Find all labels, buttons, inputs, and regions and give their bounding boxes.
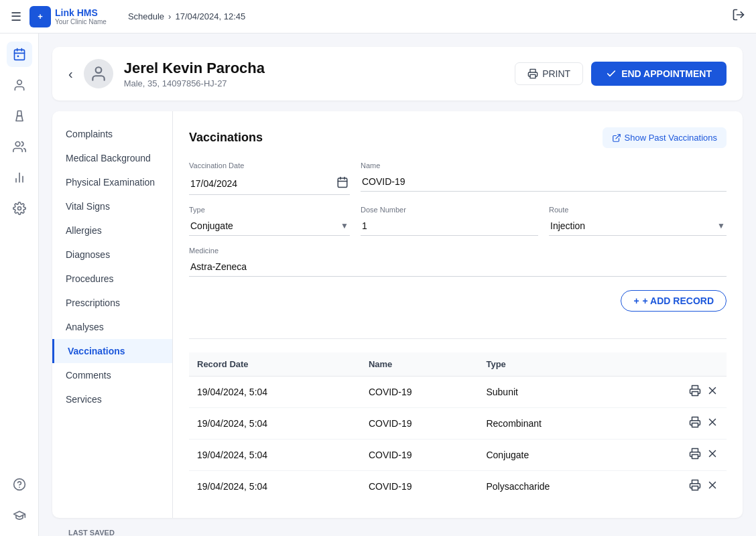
right-panel: Vaccinations Show Past Vaccinations Vacc… <box>173 111 743 518</box>
footer-saved: LAST SAVED 19/04/2024, 5:04 <box>52 518 743 536</box>
dose-number-field: Dose Number <box>361 206 538 236</box>
svg-rect-1 <box>14 50 24 60</box>
section-header: Vaccinations Show Past Vaccinations <box>189 127 727 148</box>
sidebar-icon-help[interactable] <box>7 472 32 497</box>
end-appointment-button[interactable]: END APPOINTMENT <box>591 62 727 86</box>
dose-number-input[interactable] <box>362 220 537 231</box>
row-print-button[interactable] <box>689 385 701 399</box>
svg-rect-15 <box>530 74 536 78</box>
sidebar-icon-calendar[interactable] <box>7 42 32 67</box>
patient-name: Jerel Kevin Parocha <box>124 60 505 77</box>
sidebar-icon-chart[interactable] <box>7 165 32 190</box>
cell-type: Conjugate <box>478 440 636 471</box>
nav-item-complaints[interactable]: Complaints <box>52 122 172 146</box>
row-delete-button[interactable] <box>706 416 718 431</box>
svg-rect-27 <box>692 455 698 459</box>
divider <box>189 338 727 339</box>
cell-name: COVID-19 <box>361 440 479 471</box>
row-print-button[interactable] <box>689 479 701 494</box>
vaccination-date-input-row[interactable] <box>189 172 350 195</box>
table-row: 19/04/2024, 5:04 COVID-19 Recombinant <box>189 408 727 440</box>
nav-item-medical-background[interactable]: Medical Background <box>52 146 172 170</box>
svg-rect-24 <box>692 423 698 427</box>
patient-info: Jerel Kevin Parocha Male, 35, 14097856-H… <box>124 60 505 88</box>
vaccination-date-field: Vaccination Date <box>189 161 350 195</box>
logo-sub: Your Clinic Name <box>55 18 107 25</box>
form-row-medicine: Medicine <box>189 247 727 277</box>
col-actions <box>636 352 727 377</box>
cell-type: Recombinant <box>478 408 636 440</box>
patient-meta: Male, 35, 14097856-HJ-27 <box>124 78 505 88</box>
row-delete-button[interactable] <box>706 448 718 462</box>
sidebar-icon-user[interactable] <box>7 72 32 98</box>
table-row: 19/04/2024, 5:04 COVID-19 Subunit <box>189 377 727 408</box>
nav-item-allergies[interactable]: Allergies <box>52 218 172 243</box>
form-row-type-dose-route: Type Conjugate Subunit Recombinant Polys… <box>189 206 727 236</box>
sidebar-icon-graduation[interactable] <box>7 503 32 528</box>
top-nav: ☰ + Link HMS Your Clinic Name Schedule ›… <box>0 0 756 34</box>
content-card: Complaints Medical Background Physical E… <box>52 111 743 518</box>
nav-item-procedures[interactable]: Procedures <box>52 267 172 291</box>
nav-item-vital-signs[interactable]: Vital Signs <box>52 194 172 218</box>
form-row-date-name: Vaccination Date <box>189 161 727 195</box>
show-past-label: Show Past Vaccinations <box>625 133 718 143</box>
nav-item-comments[interactable]: Comments <box>52 363 172 387</box>
logo-icon: + <box>29 6 51 27</box>
col-type: Type <box>478 352 636 377</box>
col-name: Name <box>361 352 479 377</box>
print-button[interactable]: PRINT <box>515 62 583 85</box>
cell-date: 19/04/2024, 5:04 <box>189 408 361 440</box>
add-record-button[interactable]: + + ADD RECORD <box>621 290 727 312</box>
row-print-button[interactable] <box>689 416 701 431</box>
nav-item-prescriptions[interactable]: Prescriptions <box>52 291 172 315</box>
logo: + Link HMS Your Clinic Name <box>29 6 107 27</box>
cell-name: COVID-19 <box>361 408 479 440</box>
hamburger-menu[interactable]: ☰ <box>11 9 21 24</box>
nav-item-diagnoses[interactable]: Diagnoses <box>52 243 172 267</box>
show-past-vaccinations-button[interactable]: Show Past Vaccinations <box>603 127 727 148</box>
breadcrumb: Schedule › 17/04/2024, 12:45 <box>128 11 245 21</box>
cell-date: 19/04/2024, 5:04 <box>189 377 361 408</box>
nav-item-physical-examination[interactable]: Physical Examination <box>52 170 172 194</box>
dose-number-input-row[interactable] <box>361 216 538 236</box>
add-record-label: + ADD RECORD <box>643 295 714 306</box>
row-delete-button[interactable] <box>706 479 718 494</box>
name-input-row[interactable] <box>361 172 727 192</box>
type-field: Type Conjugate Subunit Recombinant Polys… <box>189 206 350 236</box>
vaccination-date-input[interactable] <box>190 178 336 189</box>
type-select-arrow: ▼ <box>340 221 349 230</box>
nav-item-vaccinations[interactable]: Vaccinations <box>52 339 172 363</box>
row-print-button[interactable] <box>689 448 701 462</box>
svg-rect-21 <box>692 392 698 396</box>
logo-text: Link HMS Your Clinic Name <box>55 7 107 26</box>
medicine-input-row[interactable] <box>189 257 727 277</box>
route-select[interactable]: Injection Oral Nasal <box>550 220 717 231</box>
back-button[interactable]: ‹ <box>68 66 73 82</box>
logo-title: Link HMS <box>55 7 107 19</box>
cell-actions <box>636 440 727 471</box>
name-input[interactable] <box>362 176 725 187</box>
calendar-icon <box>336 176 349 190</box>
left-nav: Complaints Medical Background Physical E… <box>52 111 173 518</box>
sidebar-icon-flask[interactable] <box>7 103 32 129</box>
type-select[interactable]: Conjugate Subunit Recombinant Polysaccha… <box>190 220 340 231</box>
row-delete-button[interactable] <box>706 385 718 399</box>
nav-item-services[interactable]: Services <box>52 387 172 411</box>
nav-item-analyses[interactable]: Analyses <box>52 315 172 339</box>
type-select-row[interactable]: Conjugate Subunit Recombinant Polysaccha… <box>189 216 350 236</box>
type-label: Type <box>189 206 350 214</box>
svg-rect-17 <box>338 178 347 188</box>
cell-name: COVID-19 <box>361 471 479 503</box>
logout-button[interactable] <box>732 8 745 25</box>
route-select-row[interactable]: Injection Oral Nasal ▼ <box>549 216 727 236</box>
sidebar-icon-settings[interactable] <box>7 196 32 221</box>
medicine-input[interactable] <box>190 261 725 272</box>
header-actions: PRINT END APPOINTMENT <box>515 62 727 86</box>
breadcrumb-parent[interactable]: Schedule <box>128 11 164 21</box>
cell-date: 19/04/2024, 5:04 <box>189 471 361 503</box>
table-row: 19/04/2024, 5:04 COVID-19 Polysaccharide <box>189 471 727 503</box>
cell-type: Subunit <box>478 377 636 408</box>
cell-date: 19/04/2024, 5:04 <box>189 440 361 471</box>
sidebar-icon-group[interactable] <box>7 134 32 159</box>
vaccination-date-label: Vaccination Date <box>189 161 350 170</box>
